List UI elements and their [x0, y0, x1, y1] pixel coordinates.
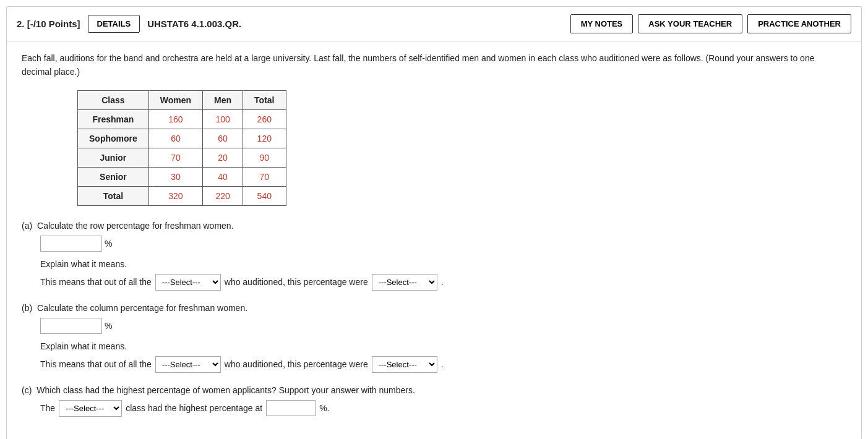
part-b-select-2[interactable]: ---Select---freshmensophomoresjuniorssen… [372, 356, 437, 373]
part-a-select-2[interactable]: ---Select---freshmensophomoresjuniorssen… [372, 274, 437, 291]
practice-another-button[interactable]: PRACTICE ANOTHER [747, 14, 851, 33]
part-c-section: (c) Which class had the highest percenta… [22, 385, 846, 417]
part-b-sentence-prefix: This means that out of all the [40, 359, 152, 369]
cell-total: 540 [243, 186, 286, 205]
part-a-sentence-middle: who auditioned, this percentage were [225, 277, 368, 287]
part-b-question: Calculate the column percentage for fres… [37, 303, 247, 313]
cell-class-label: Junior [78, 148, 149, 167]
part-c-middle: class had the highest percentage at [126, 403, 262, 413]
part-b-select-1[interactable]: ---Select---freshmensophomoresjuniorssen… [155, 356, 221, 373]
part-a-section: (a) Calculate the row percentage for fre… [22, 221, 846, 291]
part-c-end: %. [319, 403, 329, 413]
cell-men: 40 [203, 167, 243, 186]
part-c-content: The ---Select---FreshmanSophomoreJuniorS… [40, 400, 846, 417]
part-a-label: (a) Calculate the row percentage for fre… [22, 221, 846, 231]
my-notes-button[interactable]: MY NOTES [570, 14, 634, 33]
part-a-question: Calculate the row percentage for freshma… [37, 221, 234, 231]
cell-total: 70 [243, 167, 286, 186]
cell-total: 260 [243, 109, 286, 129]
part-b-section: (b) Calculate the column percentage for … [22, 303, 846, 373]
part-b-input[interactable] [40, 318, 102, 334]
part-c-sentence: The ---Select---FreshmanSophomoreJuniorS… [40, 400, 846, 417]
part-a-input[interactable] [40, 236, 102, 252]
cell-women: 30 [148, 167, 202, 186]
part-c-select[interactable]: ---Select---FreshmanSophomoreJuniorSenio… [59, 400, 122, 417]
cell-women: 70 [148, 148, 202, 167]
cell-class-label: Total [78, 186, 149, 205]
cell-women: 320 [148, 186, 202, 205]
table-header-row: Class Women Men Total [78, 90, 286, 109]
cell-class-label: Sophomore [78, 129, 149, 148]
details-button[interactable]: DETAILS [88, 15, 140, 33]
content-area: Each fall, auditions for the band and or… [7, 41, 861, 439]
part-a-explain: Explain what it means. [40, 259, 846, 269]
part-b-explain: Explain what it means. [40, 341, 846, 351]
question-number: 2. [-/10 Points] [17, 19, 80, 29]
col-header-class: Class [78, 90, 149, 109]
col-header-men: Men [203, 90, 243, 109]
cell-men: 100 [203, 109, 243, 129]
cell-women: 60 [148, 129, 202, 148]
part-b-content: % Explain what it means. This means that… [40, 318, 846, 373]
table-row: Freshman160100260 [78, 109, 286, 129]
part-b-letter: (b) [22, 303, 32, 313]
cell-total: 120 [243, 129, 286, 148]
part-a-sentence-prefix: This means that out of all the [40, 277, 152, 287]
question-header: 2. [-/10 Points] DETAILS UHSTAT6 4.1.003… [7, 7, 861, 41]
part-a-select-1[interactable]: ---Select---freshmensophomoresjuniorssen… [155, 274, 221, 291]
cell-class-label: Freshman [78, 109, 149, 129]
part-b-sentence-middle: who auditioned, this percentage were [225, 359, 368, 369]
part-a-letter: (a) [22, 221, 32, 231]
ask-teacher-button[interactable]: ASK YOUR TEACHER [638, 14, 742, 33]
part-a-sentence: This means that out of all the ---Select… [40, 274, 846, 291]
part-c-question: Which class had the highest percentage o… [37, 385, 415, 395]
cell-class-label: Senior [78, 167, 149, 186]
part-b-sentence: This means that out of all the ---Select… [40, 356, 846, 373]
cell-men: 220 [203, 186, 243, 205]
table-row: Total320220540 [78, 186, 286, 205]
part-a-input-row: % [40, 236, 846, 252]
part-a-content: % Explain what it means. This means that… [40, 236, 846, 291]
header-actions: MY NOTES ASK YOUR TEACHER PRACTICE ANOTH… [570, 14, 851, 33]
table-row: Senior304070 [78, 167, 286, 186]
part-b-label: (b) Calculate the column percentage for … [22, 303, 846, 313]
cell-men: 60 [203, 129, 243, 148]
cell-men: 20 [203, 148, 243, 167]
data-table: Class Women Men Total Freshman160100260S… [77, 90, 286, 206]
col-header-total: Total [243, 90, 286, 109]
part-c-input[interactable] [266, 400, 316, 416]
table-row: Junior702090 [78, 148, 286, 167]
question-id: UHSTAT6 4.1.003.QR. [147, 19, 562, 29]
part-b-sentence-end: . [441, 359, 444, 369]
problem-text: Each fall, auditions for the band and or… [22, 51, 826, 79]
part-b-input-row: % [40, 318, 846, 334]
part-a-pct: % [105, 239, 112, 249]
part-c-letter: (c) [22, 385, 32, 395]
table-row: Sophomore6060120 [78, 129, 286, 148]
part-a-sentence-end: . [441, 277, 444, 287]
col-header-women: Women [148, 90, 202, 109]
part-c-label: (c) Which class had the highest percenta… [22, 385, 846, 395]
part-c-prefix: The [40, 403, 55, 413]
cell-total: 90 [243, 148, 286, 167]
part-b-pct: % [105, 321, 112, 331]
cell-women: 160 [148, 109, 202, 129]
question-container: 2. [-/10 Points] DETAILS UHSTAT6 4.1.003… [6, 6, 862, 439]
